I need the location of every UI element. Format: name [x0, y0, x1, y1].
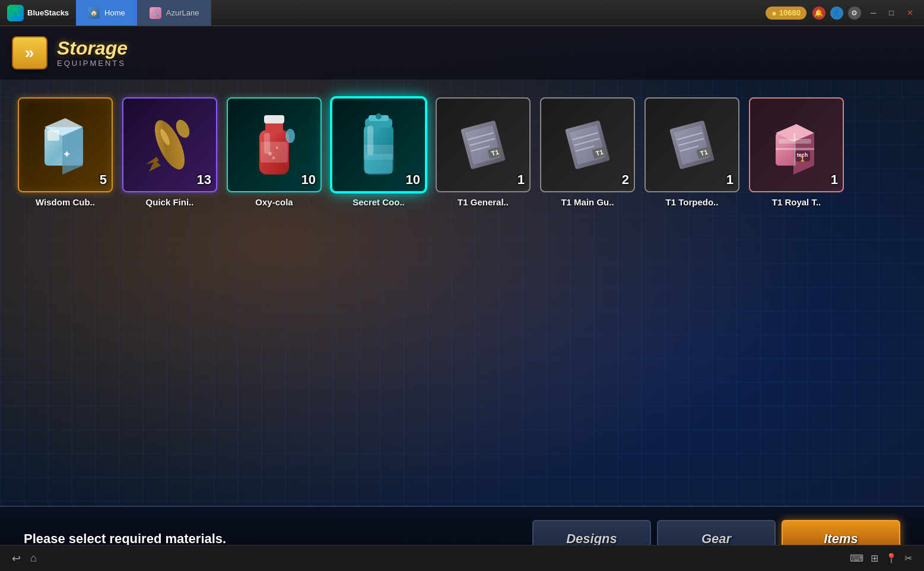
svg-rect-26 — [365, 154, 392, 173]
item-count: 1 — [726, 172, 734, 188]
bluestacks-logo: BlueStacks — [0, 5, 76, 21]
svg-point-17 — [268, 152, 272, 156]
item-count: 2 — [622, 172, 629, 188]
item-visual: ✦ — [19, 99, 112, 191]
storage-header: « Storage EQUIPMENTS — [0, 26, 924, 80]
back-button[interactable]: « — [12, 36, 47, 69]
item-frame-wisdom-cube: ✦ 5 — [18, 97, 113, 192]
svg-rect-16 — [264, 133, 270, 154]
home-tab-icon: 🏠 — [88, 7, 100, 19]
azur-tab-icon: ⚓ — [150, 7, 161, 19]
bs-name: BlueStacks — [27, 8, 69, 17]
tab-home[interactable]: 🏠 Home — [76, 0, 138, 26]
svg-point-20 — [285, 129, 295, 143]
item-frame-secret-cooler: 10 — [331, 97, 426, 192]
svg-text:1: 1 — [801, 155, 805, 163]
scissors-icon[interactable]: ✂ — [904, 553, 912, 564]
location-icon[interactable]: 📍 — [885, 553, 897, 564]
item-frame-t1-main-gun: T1 2 — [540, 97, 635, 192]
svg-point-27 — [376, 113, 382, 119]
svg-rect-5 — [47, 130, 59, 141]
home-taskbar-icon[interactable]: ⌂ — [30, 552, 37, 565]
item-count: 1 — [517, 172, 525, 188]
svg-point-19 — [272, 157, 275, 160]
coin-icon: ● — [771, 8, 776, 18]
keyboard-icon[interactable]: ⌨ — [850, 553, 863, 564]
item-label: Wisdom Cub.. — [36, 197, 95, 207]
svg-point-18 — [276, 147, 278, 149]
item-count: 10 — [406, 172, 420, 188]
item-frame-t1-royal: tech 1 1 — [749, 97, 844, 192]
list-item[interactable]: 10 Secret Coo.. — [331, 97, 426, 207]
titlebar: BlueStacks 🏠 Home ⚓ AzurLane ● 10680 🔔 👤… — [0, 0, 924, 26]
notification-icon[interactable]: 🔔 — [812, 7, 825, 20]
taskbar-left: ↩ ⌂ — [12, 552, 37, 565]
item-frame-quick-finisher: 13 — [122, 97, 217, 192]
page-subtitle: EQUIPMENTS — [57, 59, 128, 68]
item-count: 13 — [197, 172, 211, 188]
list-item[interactable]: T1 1 T1 General.. — [436, 97, 531, 207]
titlebar-controls: ● 10680 🔔 👤 ⚙ ─ □ ✕ — [758, 6, 924, 20]
storage-title-area: Storage EQUIPMENTS — [57, 39, 128, 68]
svg-text:✦: ✦ — [62, 148, 71, 160]
gold-balance: ● 10680 — [766, 7, 806, 20]
item-label: T1 Torpedo.. — [666, 197, 719, 207]
close-button[interactable]: ✕ — [903, 6, 917, 20]
item-visual: T1 — [646, 99, 738, 191]
tabs-area: 🏠 Home ⚓ AzurLane — [76, 0, 758, 26]
back-taskbar-icon[interactable]: ↩ — [12, 552, 21, 565]
item-label: Oxy-cola — [255, 197, 293, 207]
item-visual: tech 1 — [750, 99, 843, 191]
item-frame-t1-general: T1 1 — [436, 97, 531, 192]
svg-rect-25 — [367, 126, 373, 156]
minimize-button[interactable]: ─ — [867, 6, 879, 20]
gold-amount: 10680 — [779, 8, 801, 17]
system-icons: 🔔 👤 ⚙ — [812, 7, 861, 20]
item-count: 10 — [301, 172, 316, 188]
maximize-button[interactable]: □ — [885, 6, 897, 20]
item-label: T1 Royal T.. — [772, 197, 821, 207]
list-item[interactable]: 10 Oxy-cola — [227, 97, 322, 207]
items-grid: ✦ 5 Wisdom Cub.. — [18, 85, 906, 219]
item-count: 5 — [100, 172, 107, 188]
page-title: Storage — [57, 39, 128, 58]
game-area: « Storage EQUIPMENTS — [0, 26, 924, 571]
list-item[interactable]: tech 1 1 T1 Royal T.. — [749, 97, 844, 207]
item-visual: T1 — [437, 99, 529, 191]
azur-tab-label: AzurLane — [166, 8, 199, 17]
item-frame-oxy-cola: 10 — [227, 97, 322, 192]
settings-icon[interactable]: ⚙ — [848, 7, 861, 20]
item-frame-t1-torpedo: T1 1 — [644, 97, 739, 192]
list-item[interactable]: T1 2 T1 Main Gu.. — [540, 97, 635, 207]
item-label: Secret Coo.. — [353, 197, 405, 207]
item-label: T1 Main Gu.. — [561, 197, 614, 207]
svg-rect-14 — [264, 115, 284, 123]
tab-azurlane[interactable]: ⚓ AzurLane — [138, 0, 212, 26]
bs-icon — [7, 5, 24, 21]
home-tab-label: Home — [104, 8, 125, 17]
item-count: 1 — [831, 172, 838, 188]
item-label: T1 General.. — [458, 197, 509, 207]
list-item[interactable]: T1 1 T1 Torpedo.. — [644, 97, 739, 207]
bs-taskbar: ↩ ⌂ ⌨ ⊞ 📍 ✂ — [0, 545, 924, 571]
item-visual: T1 — [541, 99, 634, 191]
list-item[interactable]: 13 Quick Fini.. — [122, 97, 217, 207]
back-arrow-icon: « — [25, 43, 34, 62]
list-item[interactable]: ✦ 5 Wisdom Cub.. — [18, 97, 113, 207]
grid-icon[interactable]: ⊞ — [871, 553, 878, 564]
account-icon[interactable]: 👤 — [830, 7, 843, 20]
item-label: Quick Fini.. — [146, 197, 194, 207]
taskbar-right: ⌨ ⊞ 📍 ✂ — [850, 553, 912, 564]
